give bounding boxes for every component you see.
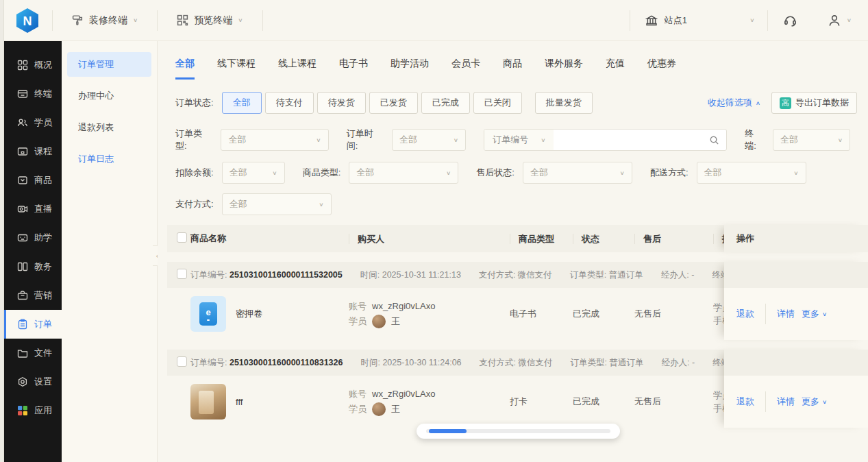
status-completed[interactable]: 已完成 — [421, 92, 470, 114]
order-no-input[interactable] — [554, 130, 709, 150]
headset-icon — [783, 13, 797, 27]
status-all[interactable]: 全部 — [222, 92, 262, 114]
sidebar-label: 应用 — [34, 404, 52, 417]
chevron-down-icon: ∨ — [749, 17, 754, 23]
submenu-refund-list[interactable]: 退款列表 — [67, 115, 151, 140]
order-type: 普通订单 — [609, 270, 643, 280]
goods-type-select[interactable]: 全部∨ — [349, 162, 458, 184]
students-icon — [17, 117, 28, 128]
tab-extracurricular[interactable]: 课外服务 — [545, 58, 583, 80]
horizontal-scrollbar — [417, 424, 620, 439]
chevron-down-icon: ∨ — [793, 170, 798, 176]
pay-method: 微信支付 — [518, 270, 552, 280]
site-building-icon — [645, 14, 658, 27]
collapse-filters-link[interactable]: 收起筛选项 ∧ — [708, 97, 760, 109]
col-aftersale: 售后 — [634, 234, 713, 244]
decorate-terminal-nav[interactable]: 装修终端 ∨ — [53, 0, 157, 40]
orders-table: 商品名称 购买人 商品类型 状态 售后 报名信息 操作 订单编号: 251031… — [167, 225, 868, 428]
chevron-down-icon: ∨ — [454, 137, 458, 143]
student-name: 王 — [391, 403, 400, 415]
student-label: 学员 — [349, 403, 367, 415]
batch-ship-button[interactable]: 批量发货 — [535, 92, 593, 114]
collapse-filters-label: 收起筛选项 — [708, 97, 752, 109]
sidebar-item-terminal[interactable]: 终端 — [4, 80, 62, 108]
category-tabs: 全部 线下课程 线上课程 电子书 助学活动 会员卡 商品 课外服务 充值 优惠券 — [175, 58, 868, 80]
decorate-terminal-label: 装修终端 — [89, 14, 127, 27]
submenu-order-management[interactable]: 订单管理 — [67, 52, 151, 77]
sidebar: 概况 终端 学员 课程 商品 直播 助学 教务 — [4, 41, 62, 462]
brand-logo: N — [14, 7, 41, 34]
student-avatar — [372, 402, 386, 416]
deduct-balance-select[interactable]: 全部∨ — [222, 162, 285, 184]
status-shipped[interactable]: 已发货 — [369, 92, 418, 114]
order-no-search-group: 订单编号∨ — [484, 129, 727, 151]
account-menu[interactable]: ∨ — [813, 0, 868, 40]
tab-all[interactable]: 全部 — [175, 58, 195, 80]
delivery-method-select[interactable]: 全部∨ — [697, 162, 806, 184]
order-time-select[interactable]: 全部∨ — [392, 129, 466, 151]
tab-study-activity[interactable]: 助学活动 — [390, 58, 429, 80]
tab-offline-course[interactable]: 线下课程 — [217, 58, 256, 80]
support-button[interactable] — [768, 0, 813, 40]
detail-link[interactable]: 详情 — [777, 396, 795, 408]
account-value: wx_zRgi0vLAxo — [372, 301, 436, 311]
scrollbar-thumb[interactable] — [429, 429, 467, 433]
tab-goods[interactable]: 商品 — [503, 58, 522, 80]
sidebar-item-live[interactable]: 直播 — [4, 195, 62, 223]
student-avatar — [372, 315, 386, 328]
sidebar-item-goods[interactable]: 商品 — [4, 166, 62, 195]
submenu-order-log[interactable]: 订单日志 — [67, 147, 151, 171]
sidebar-item-academic[interactable]: 教务 — [4, 252, 62, 281]
sidebar-item-courses[interactable]: 课程 — [4, 137, 62, 166]
order-agent: - — [692, 358, 695, 367]
sidebar-item-marketing[interactable]: 营销 — [4, 281, 62, 310]
sidebar-item-overview[interactable]: 概况 — [4, 51, 62, 80]
preview-terminal-nav[interactable]: 预览终端 ∨ — [158, 0, 262, 40]
more-link[interactable]: 更多 — [802, 396, 819, 408]
chevron-down-icon: ∨ — [847, 17, 852, 23]
tab-member-card[interactable]: 会员卡 — [451, 58, 480, 80]
product-photo-thumbnail — [190, 384, 226, 420]
order-no-type-select[interactable]: 订单编号∨ — [484, 130, 554, 150]
goods-type-label: 商品类型: — [303, 167, 341, 179]
status-unpaid[interactable]: 待支付 — [265, 92, 314, 114]
marketing-icon — [17, 290, 28, 301]
pay-method-select[interactable]: 全部∨ — [222, 193, 332, 215]
folder-icon — [17, 348, 28, 358]
sidebar-item-students[interactable]: 学员 — [4, 108, 62, 137]
sidebar-item-apps[interactable]: 应用 — [4, 396, 62, 425]
table-header: 商品名称 购买人 商品类型 状态 售后 报名信息 操作 — [167, 225, 868, 252]
order-type-select[interactable]: 全部∨ — [221, 129, 328, 151]
status-to-ship[interactable]: 待发货 — [317, 92, 366, 114]
submenu-processing-center[interactable]: 办理中心 — [67, 84, 151, 108]
sidebar-item-orders[interactable]: 订单 — [4, 310, 62, 339]
tab-recharge[interactable]: 充值 — [606, 58, 625, 80]
refund-link[interactable]: 退款 — [736, 308, 754, 320]
action-fixed-column: 退款 详情 更多 ∨ — [724, 262, 868, 340]
chevron-down-icon: ∨ — [319, 202, 323, 208]
sidebar-item-settings[interactable]: 设置 — [4, 367, 62, 396]
order-checkbox[interactable] — [177, 356, 187, 367]
aftersale-status-select[interactable]: 全部∨ — [523, 162, 632, 184]
terminal-select[interactable]: 全部∨ — [773, 129, 850, 151]
tab-ebook[interactable]: 电子书 — [339, 58, 368, 80]
order-checkbox[interactable] — [177, 269, 187, 279]
live-camera-icon — [17, 204, 28, 215]
sidebar-label: 营销 — [34, 289, 52, 302]
refund-link[interactable]: 退款 — [736, 396, 754, 408]
status-closed[interactable]: 已关闭 — [473, 92, 522, 114]
search-icon[interactable] — [709, 135, 719, 145]
order-type-label: 订单类型: — [175, 127, 212, 152]
aftersale-status-label: 售后状态: — [476, 167, 514, 179]
sidebar-item-files[interactable]: 文件 — [4, 339, 62, 367]
pay-method-label: 支付方式: — [175, 198, 214, 210]
tab-online-course[interactable]: 线上课程 — [278, 58, 317, 80]
tab-coupon[interactable]: 优惠券 — [647, 58, 676, 80]
export-orders-button[interactable]: 高 导出订单数据 — [771, 92, 857, 114]
sidebar-item-study-aid[interactable]: 助学 — [4, 223, 62, 252]
detail-link[interactable]: 详情 — [777, 308, 795, 320]
site-selector[interactable]: 站点1 ∨ — [630, 0, 767, 40]
more-link[interactable]: 更多 — [802, 308, 819, 320]
select-all-checkbox[interactable] — [177, 232, 187, 243]
ebook-thumbnail: e — [190, 296, 226, 332]
